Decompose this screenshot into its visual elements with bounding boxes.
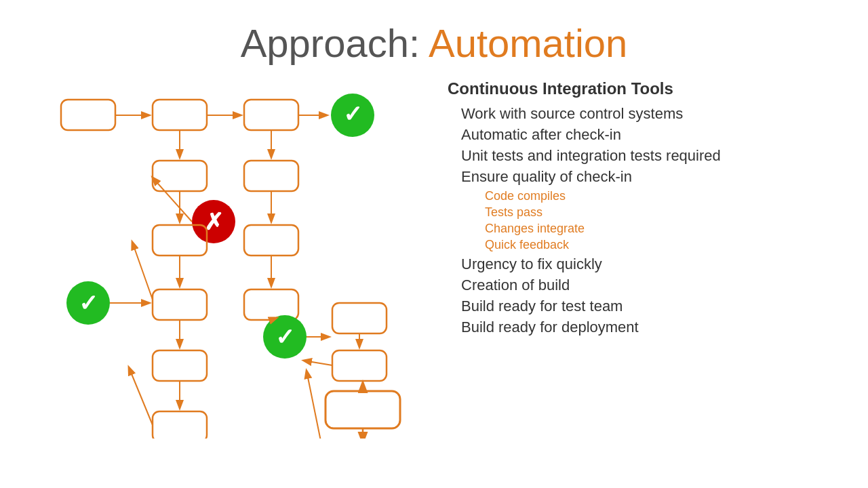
svg-rect-0 (61, 100, 115, 130)
content-area: ✓ ✗ (41, 79, 827, 439)
bullet-creation-build: Creation of build (461, 277, 827, 294)
svg-rect-32 (332, 303, 387, 333)
svg-rect-33 (332, 350, 387, 381)
diagram-area: ✓ ✗ (41, 79, 434, 439)
svg-rect-20 (244, 225, 298, 256)
svg-rect-31 (153, 350, 207, 381)
svg-rect-1 (153, 100, 207, 130)
svg-rect-23 (153, 289, 207, 320)
bullet-quick-feedback: Quick feedback (485, 238, 827, 252)
bullet-ensure-quality: Ensure quality of check-in (461, 168, 827, 186)
svg-line-39 (129, 367, 153, 425)
bullet-work-source: Work with source control systems (461, 105, 827, 123)
page-title: Approach: Automation (41, 20, 827, 66)
svg-rect-38 (153, 411, 207, 439)
slide: Approach: Automation (0, 0, 868, 488)
section-title: Continuous Integration Tools (448, 79, 827, 98)
bullet-tests-pass: Tests pass (485, 205, 827, 220)
bullet-code-compiles: Code compiles (485, 189, 827, 203)
svg-text:✓: ✓ (343, 101, 362, 127)
bullet-unit-tests: Unit tests and integration tests require… (461, 147, 827, 165)
svg-line-15 (153, 178, 192, 222)
svg-text:✓: ✓ (79, 290, 98, 316)
bullet-build-test: Build ready for test team (461, 298, 827, 315)
bullet-automatic: Automatic after check-in (461, 126, 827, 144)
svg-line-36 (304, 361, 332, 365)
text-area: Continuous Integration Tools Work with s… (448, 79, 827, 340)
svg-rect-2 (244, 100, 298, 130)
svg-rect-24 (244, 289, 298, 320)
bullet-urgency: Urgency to fix quickly (461, 256, 827, 273)
title-accent: Automation (429, 21, 627, 65)
flow-diagram: ✓ ✗ (41, 79, 434, 439)
svg-text:✓: ✓ (275, 324, 294, 350)
svg-line-47 (307, 371, 326, 439)
bullet-changes-integrate: Changes integrate (485, 222, 827, 236)
title-prefix: Approach: (241, 21, 429, 65)
bullet-build-deploy: Build ready for deployment (461, 319, 827, 336)
svg-rect-11 (244, 161, 298, 191)
svg-line-26 (132, 242, 153, 300)
svg-rect-43 (326, 391, 400, 428)
